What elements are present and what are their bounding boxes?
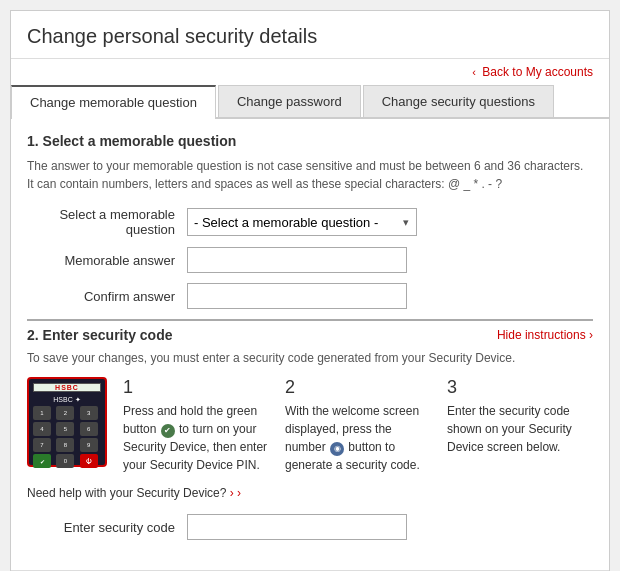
section1-desc: The answer to your memorable question is…: [27, 157, 593, 193]
memorable-answer-label: Memorable answer: [27, 253, 187, 268]
device-key-0: 0: [56, 454, 74, 468]
back-link-bar: ‹ Back to My accounts: [11, 59, 609, 85]
tab-change-password[interactable]: Change password: [218, 85, 361, 117]
tab-security-questions[interactable]: Change security questions: [363, 85, 554, 117]
security-code-row: Enter security code: [27, 514, 593, 540]
memorable-answer-input[interactable]: [187, 247, 407, 273]
help-link-prefix: Need help with your Security Device?: [27, 486, 226, 500]
step-3-text: Enter the security code shown on your Se…: [447, 402, 593, 456]
section2-heading: 2. Enter security code: [27, 327, 173, 343]
step-3-number: 3: [447, 377, 593, 398]
confirm-answer-input[interactable]: [187, 283, 407, 309]
device-key-1: 1: [33, 406, 51, 420]
select-question-wrapper: - Select a memorable question - ▾: [187, 208, 417, 236]
device-key-5: 5: [56, 422, 74, 436]
security-device: HSBC HSBC ✦ 1 2 3 4 5 6 7 8 9 ✔ 0 ⏻: [27, 377, 107, 467]
green-button-icon: ✔: [161, 424, 175, 438]
device-brand: HSBC ✦: [53, 396, 80, 404]
device-key-2: 2: [56, 406, 74, 420]
device-key-green: ✔: [33, 454, 51, 468]
main-content: 1. Select a memorable question The answe…: [11, 119, 609, 570]
memorable-question-select[interactable]: - Select a memorable question -: [187, 208, 417, 236]
help-link-row: Need help with your Security Device? › ›: [27, 486, 593, 500]
page-container: Change personal security details ‹ Back …: [10, 10, 610, 571]
page-title: Change personal security details: [11, 11, 609, 59]
device-key-6: 6: [80, 422, 98, 436]
device-key-4: 4: [33, 422, 51, 436]
device-key-8: 8: [56, 438, 74, 452]
memorable-answer-row: Memorable answer: [27, 247, 593, 273]
confirm-answer-label: Confirm answer: [27, 289, 187, 304]
confirm-answer-row: Confirm answer: [27, 283, 593, 309]
security-code-input[interactable]: [187, 514, 407, 540]
device-key-9: 9: [80, 438, 98, 452]
device-key-3: 3: [80, 406, 98, 420]
step-2-text: With the welcome screen displayed, press…: [285, 402, 431, 474]
chevron-left-icon: ‹: [472, 66, 476, 78]
section1-header: 1. Select a memorable question: [27, 133, 593, 149]
help-link[interactable]: › ›: [230, 486, 241, 500]
steps-container: HSBC HSBC ✦ 1 2 3 4 5 6 7 8 9 ✔ 0 ⏻: [27, 377, 593, 474]
select-question-row: Select a memorable question - Select a m…: [27, 207, 593, 237]
device-screen: HSBC: [33, 383, 101, 392]
security-instructions: To save your changes, you must enter a s…: [27, 351, 593, 365]
step-1-number: 1: [123, 377, 269, 398]
back-link[interactable]: Back to My accounts: [482, 65, 593, 79]
select-question-label: Select a memorable question: [27, 207, 187, 237]
chevron-up-icon: ›: [589, 328, 593, 342]
security-code-label: Enter security code: [27, 520, 187, 535]
step-3: 3 Enter the security code shown on your …: [447, 377, 593, 456]
device-screen-text: HSBC: [55, 384, 79, 391]
step-1: 1 Press and hold the green button ✔ to t…: [123, 377, 269, 474]
blue-button-icon: ◉: [330, 442, 344, 456]
step-1-text: Press and hold the green button ✔ to tur…: [123, 402, 269, 474]
tab-memorable-question[interactable]: Change memorable question: [11, 85, 216, 119]
device-key-power: ⏻: [80, 454, 98, 468]
device-keypad: 1 2 3 4 5 6 7 8 9 ✔ 0 ⏻: [33, 406, 101, 468]
section-divider: [27, 319, 593, 321]
device-key-7: 7: [33, 438, 51, 452]
tabs-container: Change memorable question Change passwor…: [11, 85, 609, 119]
hide-instructions-link[interactable]: Hide instructions ›: [497, 328, 593, 342]
step-2-number: 2: [285, 377, 431, 398]
section2-header-row: 2. Enter security code Hide instructions…: [27, 327, 593, 343]
step-2: 2 With the welcome screen displayed, pre…: [285, 377, 431, 474]
